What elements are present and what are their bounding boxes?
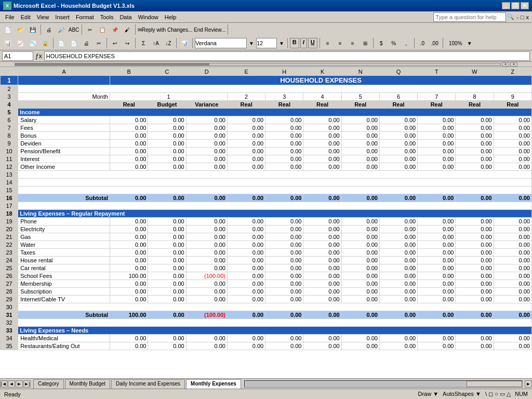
- houserental-h[interactable]: 0.00: [265, 257, 303, 264]
- menu-view[interactable]: View: [34, 13, 52, 21]
- carrental-d[interactable]: 0.00: [186, 264, 227, 272]
- elec-z[interactable]: 0.00: [494, 225, 531, 233]
- restaurants-h[interactable]: 0.00: [265, 342, 303, 350]
- paste-icon[interactable]: 📌: [109, 24, 121, 35]
- water-z[interactable]: 0.00: [494, 241, 531, 249]
- other-w[interactable]: 0.00: [456, 163, 494, 171]
- table-scroll-area[interactable]: A B C D E H K N Q T W Z: [0, 67, 532, 378]
- subtotal1-z[interactable]: 0.00: [494, 194, 531, 202]
- function-wizard-icon[interactable]: ƒx: [33, 52, 44, 60]
- tab-monthly-budget[interactable]: Monthly Budget: [65, 379, 111, 389]
- align-left-icon[interactable]: ≡: [322, 37, 334, 49]
- houserental-k[interactable]: 0.00: [303, 257, 341, 264]
- elec-c[interactable]: 0.00: [148, 225, 186, 233]
- salary-z[interactable]: 0.00: [494, 116, 531, 124]
- membership-q[interactable]: 0.00: [379, 280, 417, 288]
- phone-h[interactable]: 0.00: [265, 218, 303, 225]
- toolbar-icon-3[interactable]: 📉: [27, 37, 38, 49]
- internet-h[interactable]: 0.00: [265, 296, 303, 303]
- subscription-z[interactable]: 0.00: [494, 288, 531, 296]
- other-z[interactable]: 0.00: [494, 163, 531, 171]
- zoom-dropdown-icon[interactable]: ▼: [467, 41, 472, 46]
- carrental-c[interactable]: 0.00: [148, 264, 186, 272]
- help-search-button[interactable]: 🔍: [506, 14, 515, 20]
- water-e[interactable]: 0.00: [227, 241, 265, 249]
- gas-t[interactable]: 0.00: [418, 233, 456, 241]
- bold-button[interactable]: B: [290, 38, 299, 48]
- subtotal2-k[interactable]: 0.00: [303, 311, 341, 319]
- new-icon[interactable]: 📄: [2, 24, 14, 35]
- houserental-b[interactable]: 0.00: [110, 257, 148, 264]
- schoolfees-w[interactable]: 0.00: [456, 272, 494, 280]
- schoolfees-n[interactable]: 0.00: [341, 272, 379, 280]
- subscription-n[interactable]: 0.00: [341, 288, 379, 296]
- col-A[interactable]: A: [18, 68, 110, 76]
- houserental-e[interactable]: 0.00: [227, 257, 265, 264]
- water-c[interactable]: 0.00: [148, 241, 186, 249]
- cell-reference-box[interactable]: [2, 51, 33, 61]
- health-b[interactable]: 0.00: [110, 335, 148, 342]
- scroll-left-btn[interactable]: +: [510, 62, 517, 66]
- fees-t[interactable]: 0.00: [418, 124, 456, 132]
- close-button[interactable]: ✕: [521, 2, 529, 9]
- internet-t[interactable]: 0.00: [418, 296, 456, 303]
- carrental-z[interactable]: 0.00: [494, 264, 531, 272]
- elec-b[interactable]: 0.00: [110, 225, 148, 233]
- tab-category[interactable]: Category: [33, 379, 64, 389]
- bonus-n[interactable]: 0.00: [341, 132, 379, 140]
- menu-format[interactable]: Format: [73, 13, 97, 21]
- taxes-w[interactable]: 0.00: [456, 249, 494, 257]
- comma-icon[interactable]: ,: [401, 37, 412, 49]
- subtotal1-c[interactable]: 0.00: [148, 194, 186, 202]
- salary-h[interactable]: 0.00: [265, 116, 303, 124]
- other-q[interactable]: 0.00: [379, 163, 417, 171]
- restaurants-k[interactable]: 0.00: [303, 342, 341, 350]
- bonus-t[interactable]: 0.00: [418, 132, 456, 140]
- toolbar-icon-5[interactable]: 📄: [56, 37, 67, 49]
- phone-t[interactable]: 0.00: [418, 218, 456, 225]
- interest-d[interactable]: 0.00: [186, 155, 227, 163]
- cut-icon[interactable]: ✂: [84, 24, 96, 35]
- houserental-d[interactable]: 0.00: [186, 257, 227, 264]
- carrental-t[interactable]: 0.00: [418, 264, 456, 272]
- houserental-n[interactable]: 0.00: [341, 257, 379, 264]
- schoolfees-z[interactable]: 0.00: [494, 272, 531, 280]
- menu-data[interactable]: Data: [116, 13, 135, 21]
- salary-e[interactable]: 0.00: [227, 116, 265, 124]
- menu-tools[interactable]: Tools: [97, 13, 117, 21]
- italic-button[interactable]: I: [300, 38, 307, 48]
- phone-b[interactable]: 0.00: [110, 218, 148, 225]
- save-icon[interactable]: 💾: [27, 24, 38, 35]
- interest-q[interactable]: 0.00: [379, 155, 417, 163]
- houserental-c[interactable]: 0.00: [148, 257, 186, 264]
- bonus-b[interactable]: 0.00: [110, 132, 148, 140]
- taxes-h[interactable]: 0.00: [265, 249, 303, 257]
- subtotal1-t[interactable]: 0.00: [418, 194, 456, 202]
- next-sheet-btn[interactable]: ►: [16, 380, 23, 388]
- deviden-q[interactable]: 0.00: [379, 140, 417, 148]
- membership-w[interactable]: 0.00: [456, 280, 494, 288]
- interest-z[interactable]: 0.00: [494, 155, 531, 163]
- toolbar-icon-4[interactable]: 🔒: [39, 37, 51, 49]
- chart-icon[interactable]: 📊: [179, 37, 190, 49]
- phone-k[interactable]: 0.00: [303, 218, 341, 225]
- elec-h[interactable]: 0.00: [265, 225, 303, 233]
- water-t[interactable]: 0.00: [418, 241, 456, 249]
- help-search-input[interactable]: [433, 12, 506, 22]
- subtotal1-n[interactable]: 0.00: [341, 194, 379, 202]
- open-icon[interactable]: 📂: [15, 24, 26, 35]
- subtotal2-h[interactable]: 0.00: [265, 311, 303, 319]
- pension-b[interactable]: 0.00: [110, 148, 148, 155]
- schoolfees-e[interactable]: 0.00: [227, 272, 265, 280]
- gas-q[interactable]: 0.00: [379, 233, 417, 241]
- elec-e[interactable]: 0.00: [227, 225, 265, 233]
- taxes-d[interactable]: 0.00: [186, 249, 227, 257]
- health-k[interactable]: 0.00: [303, 335, 341, 342]
- col-H[interactable]: H: [265, 68, 303, 76]
- interest-e[interactable]: 0.00: [227, 155, 265, 163]
- bonus-h[interactable]: 0.00: [265, 132, 303, 140]
- deviden-w[interactable]: 0.00: [456, 140, 494, 148]
- font-selector[interactable]: [195, 38, 247, 48]
- align-right-icon[interactable]: ≡: [347, 37, 358, 49]
- pension-c[interactable]: 0.00: [148, 148, 186, 155]
